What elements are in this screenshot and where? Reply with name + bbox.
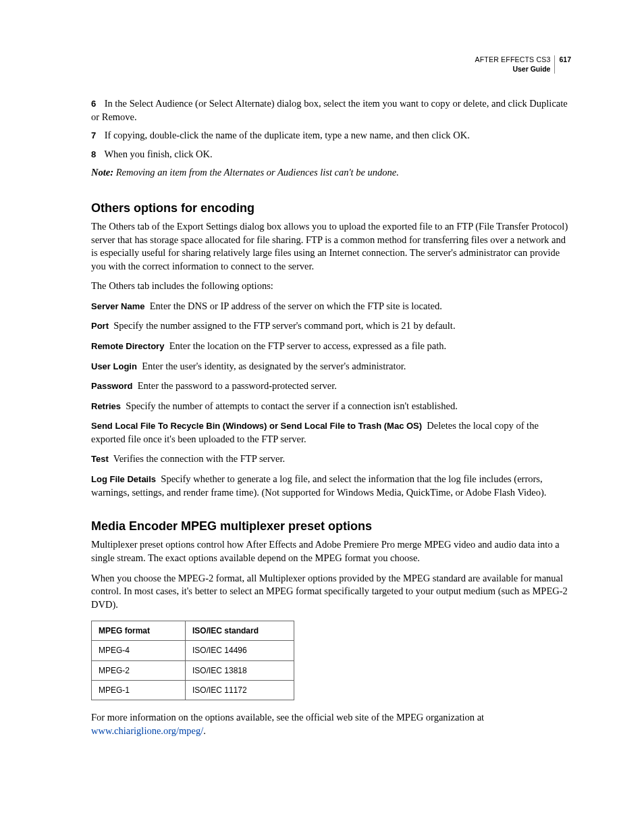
def-desc: Enter the location on the FTP server to … — [169, 340, 447, 351]
step-number: 6 — [91, 98, 102, 110]
def-desc: Enter the user's identity, as designated… — [142, 361, 406, 371]
step-8: 8 When you finish, click OK. — [91, 148, 571, 161]
definition-send-local-file: Send Local File To Recycle Bin (Windows)… — [91, 419, 571, 446]
def-term: Test — [91, 454, 109, 464]
table-row: MPEG-1 ISO/IEC 11172 — [92, 680, 294, 700]
definition-retries: Retries Specify the number of attempts t… — [91, 400, 571, 413]
footer-text-post: . — [203, 725, 206, 736]
table-header: MPEG format — [92, 621, 186, 641]
note-text: Removing an item from the Alternates or … — [116, 167, 399, 178]
note-label: Note: — [91, 167, 113, 178]
table-header-row: MPEG format ISO/IEC standard — [92, 621, 294, 641]
step-text: In the Select Audience (or Select Altern… — [91, 98, 568, 122]
definition-port: Port Specify the number assigned to the … — [91, 319, 571, 333]
definition-server-name: Server Name Enter the DNS or IP address … — [91, 300, 571, 313]
header-divider — [554, 55, 555, 74]
def-term: Log File Details — [91, 474, 156, 484]
note: Note: Removing an item from the Alternat… — [91, 166, 571, 180]
table-header: ISO/IEC standard — [186, 621, 294, 641]
body-paragraph: When you choose the MPEG-2 format, all M… — [91, 572, 571, 612]
step-text: If copying, double-click the name of the… — [105, 130, 470, 140]
table-cell: ISO/IEC 11172 — [186, 680, 294, 700]
guide-name: User Guide — [475, 65, 551, 74]
footer-paragraph: For more information on the options avai… — [91, 711, 571, 737]
def-desc: Specify whether to generate a log file, … — [91, 473, 546, 498]
def-desc: Verifies the connection with the FTP ser… — [113, 453, 285, 464]
table-cell: MPEG-1 — [92, 680, 186, 700]
table-cell: ISO/IEC 13818 — [186, 660, 294, 680]
page-container: AFTER EFFECTS CS3 User Guide 617 6 In th… — [0, 0, 644, 834]
def-term: Remote Directory — [91, 341, 164, 351]
page-number: 617 — [558, 55, 571, 65]
def-desc: Enter the password to a password-protect… — [138, 380, 337, 391]
section-heading-others: Others options for encoding — [91, 200, 571, 216]
product-name: AFTER EFFECTS CS3 — [475, 55, 551, 65]
def-desc: Specify the number assigned to the FTP s… — [113, 320, 455, 331]
section-heading-mpeg: Media Encoder MPEG multiplexer preset op… — [91, 518, 571, 534]
footer-text-pre: For more information on the options avai… — [91, 712, 484, 723]
def-term: User Login — [91, 361, 137, 371]
def-term: Port — [91, 321, 109, 331]
table-cell: ISO/IEC 14496 — [186, 641, 294, 660]
body-paragraph: The Others tab of the Export Settings di… — [91, 220, 571, 273]
step-7: 7 If copying, double-click the name of t… — [91, 129, 571, 142]
definition-user-login: User Login Enter the user's identity, as… — [91, 360, 571, 373]
definition-test: Test Verifies the connection with the FT… — [91, 452, 571, 466]
step-text: When you finish, click OK. — [104, 149, 212, 159]
page-header: AFTER EFFECTS CS3 User Guide 617 — [475, 55, 571, 74]
body-paragraph: The Others tab includes the following op… — [91, 280, 571, 293]
definition-password: Password Enter the password to a passwor… — [91, 380, 571, 393]
step-6: 6 In the Select Audience (or Select Alte… — [91, 97, 571, 124]
table-row: MPEG-4 ISO/IEC 14496 — [92, 641, 294, 660]
step-number: 7 — [91, 130, 102, 142]
definition-remote-directory: Remote Directory Enter the location on t… — [91, 340, 571, 353]
table-row: MPEG-2 ISO/IEC 13818 — [92, 660, 294, 680]
def-term: Server Name — [91, 301, 145, 311]
def-desc: Specify the number of attempts to contac… — [126, 400, 457, 411]
mpeg-org-link[interactable]: www.chiariglione.org/mpeg/ — [91, 725, 203, 736]
def-desc: Enter the DNS or IP address of the serve… — [150, 301, 442, 311]
body-paragraph: Multiplexer preset options control how A… — [91, 538, 571, 565]
def-term: Send Local File To Recycle Bin (Windows)… — [91, 421, 422, 431]
def-term: Retries — [91, 401, 121, 411]
table-cell: MPEG-2 — [92, 660, 186, 680]
page-content: 6 In the Select Audience (or Select Alte… — [91, 97, 571, 737]
definition-log-file-details: Log File Details Specify whether to gene… — [91, 473, 571, 499]
def-term: Password — [91, 381, 132, 391]
step-number: 8 — [91, 149, 102, 161]
mpeg-standards-table: MPEG format ISO/IEC standard MPEG-4 ISO/… — [91, 621, 294, 700]
table-cell: MPEG-4 — [92, 641, 186, 660]
